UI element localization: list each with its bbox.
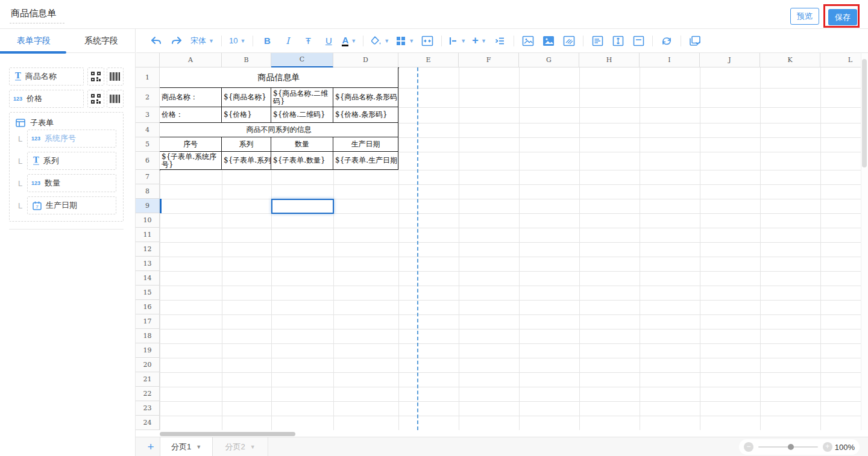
corner-select-all[interactable] [136,53,160,67]
tab-system-fields[interactable]: 系统字段 [68,29,135,53]
align-button[interactable]: ▼ [448,33,466,49]
row-header-23[interactable]: 23 [136,401,160,416]
row-header-3[interactable]: 3 [136,107,160,123]
table-cell-A5[interactable]: 序号 [160,137,222,152]
refresh-button[interactable] [659,33,674,49]
table-cell-A2[interactable]: 商品名称： [160,88,222,107]
column-header-I[interactable]: I [640,53,700,67]
column-header-C[interactable]: C [271,53,333,67]
barcode-drag-item[interactable] [107,67,124,86]
tab-form-fields[interactable]: 表单字段 [0,29,68,53]
column-header-B[interactable]: B [222,53,271,67]
row-header-21[interactable]: 21 [136,372,160,387]
font-family-select[interactable]: 宋体 ▼ [190,36,214,46]
sheet-tab-2[interactable]: 分页2 ▼ [213,437,268,456]
subfield-item-quantity[interactable]: 123 数量 [27,174,116,192]
strikethrough-button[interactable]: Ŧ [301,33,315,49]
table-cell-D3[interactable]: ${价格.条形码} [333,107,398,123]
row-header-4[interactable]: 4 [136,123,160,137]
undo-button[interactable] [149,33,163,49]
column-header-D[interactable]: D [333,53,398,67]
row-header-12[interactable]: 12 [136,242,160,257]
table-cell-merged-row4[interactable]: 商品不同系列的信息 [160,123,398,137]
copy-style-button[interactable] [688,33,702,49]
table-cell-D5[interactable]: 生产日期 [333,137,398,152]
page-title[interactable]: 商品信息单 [10,8,64,23]
row-header-19[interactable]: 19 [136,343,160,358]
zoom-slider-handle[interactable] [788,444,794,450]
table-cell-A6[interactable]: ${子表单.系统序号} [160,152,222,170]
italic-button[interactable]: I [280,33,295,49]
row-header-18[interactable]: 18 [136,329,160,343]
row-header-24[interactable]: 24 [136,416,160,430]
table-cell-B2[interactable]: ${商品名称} [222,88,271,107]
row-header-2[interactable]: 2 [136,88,160,107]
underline-button[interactable]: U [321,33,336,49]
row-header-10[interactable]: 10 [136,213,160,228]
row-header-14[interactable]: 14 [136,271,160,286]
image-cell-button[interactable] [541,33,556,49]
text-block-button[interactable] [590,33,605,49]
watermark-button[interactable] [562,33,576,49]
row-header-1[interactable]: 1 [136,67,160,88]
column-header-J[interactable]: J [700,53,760,67]
table-cell-C5[interactable]: 数量 [271,137,333,152]
column-header-F[interactable]: F [459,53,519,67]
table-cell-A3[interactable]: 价格： [160,107,222,123]
table-cell-B6[interactable]: ${子表单.系列} [222,152,271,170]
insert-image-button[interactable] [521,33,535,49]
font-size-select[interactable]: 10 ▼ [229,36,245,45]
row-header-13[interactable]: 13 [136,257,160,271]
row-header-22[interactable]: 22 [136,387,160,401]
vertical-scrollbar[interactable] [862,59,867,167]
save-button[interactable]: 保存 [828,9,857,25]
spreadsheet-canvas[interactable]: ABCDEFGHIJKL1234567891011121314151617181… [136,53,868,430]
qrcode-drag-item[interactable] [87,67,104,86]
table-cell-D6[interactable]: ${子表单.生产日期} [333,152,398,170]
row-header-16[interactable]: 16 [136,300,160,314]
column-header-A[interactable]: A [160,53,222,67]
horizontal-scrollbar[interactable] [160,432,295,436]
barcode-drag-item[interactable] [107,90,124,108]
font-color-button[interactable]: A ▼ [342,33,356,49]
subfield-item-serial[interactable]: 123 系统序号 [27,130,116,148]
field-item-price[interactable]: 123 价格 [9,90,84,108]
row-header-6[interactable]: 6 [136,152,160,170]
table-cell-D2[interactable]: ${商品名称.条形码} [333,88,398,107]
table-cell-C6[interactable]: ${子表单.数量} [271,152,333,170]
merge-cells-button[interactable] [420,33,435,49]
indent-button[interactable] [492,33,507,49]
table-cell-B5[interactable]: 系列 [222,137,271,152]
column-header-K[interactable]: K [760,53,820,67]
add-sheet-button[interactable]: + [143,439,159,455]
row-height-button[interactable] [611,33,625,49]
preview-button[interactable]: 预览 [790,8,819,25]
column-header-G[interactable]: G [519,53,579,67]
subform-header[interactable]: 子表单 [16,117,54,128]
table-cell-C2[interactable]: ${商品名称.二维码} [271,88,333,107]
bold-button[interactable]: B [260,33,274,49]
split-line-button[interactable] [631,33,646,49]
row-header-17[interactable]: 17 [136,314,160,329]
table-cell-B3[interactable]: ${价格} [222,107,271,123]
table-cell-merged-row1[interactable]: 商品信息单 [160,67,398,88]
zoom-slider-track[interactable] [758,446,818,448]
redo-button[interactable] [169,33,184,49]
field-item-product-name[interactable]: T 商品名称 [9,67,84,86]
table-cell-C3[interactable]: ${价格.二维码} [271,107,333,123]
column-header-E[interactable]: E [398,53,459,67]
insert-button[interactable]: + ▼ [472,33,486,49]
row-header-7[interactable]: 7 [136,170,160,184]
row-header-5[interactable]: 5 [136,137,160,152]
zoom-out-button[interactable]: − [744,442,753,452]
column-header-H[interactable]: H [579,53,640,67]
row-header-11[interactable]: 11 [136,228,160,242]
qrcode-drag-item[interactable] [87,90,104,108]
row-header-20[interactable]: 20 [136,358,160,372]
subfield-item-series[interactable]: T 系列 [27,152,116,170]
fill-color-button[interactable]: ▼ [370,33,389,49]
row-header-15[interactable]: 15 [136,286,160,300]
zoom-in-button[interactable]: + [823,442,832,452]
subfield-item-date[interactable]: 7 生产日期 [27,196,116,214]
row-header-9[interactable]: 9 [136,199,160,213]
